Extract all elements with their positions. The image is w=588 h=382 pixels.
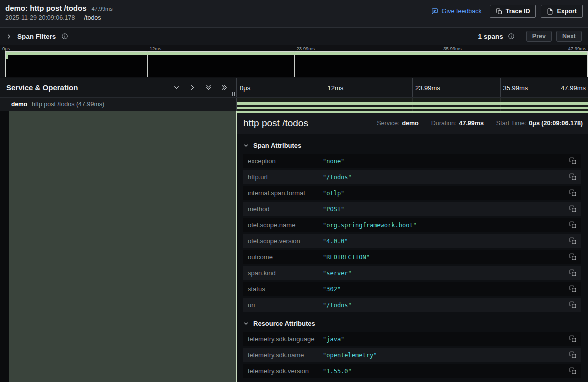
- timeline-grid-line: [325, 78, 325, 98]
- trace-id-label: Trace ID: [506, 8, 530, 15]
- trace-id-button[interactable]: Trace ID: [490, 5, 536, 18]
- attribute-value: "POST": [323, 206, 344, 213]
- attribute-key: telemetry.sdk.version: [248, 368, 323, 375]
- attribute-key: status: [248, 286, 323, 293]
- copy-value-button[interactable]: [569, 158, 577, 165]
- copy-value-button[interactable]: [569, 254, 577, 261]
- copy-icon: [569, 158, 577, 165]
- attribute-value: "/todos": [323, 174, 352, 181]
- attribute-row: telemetry.sdk.name"opentelemetry": [243, 348, 581, 362]
- selection-overlay: [9, 111, 237, 382]
- give-feedback-link[interactable]: Give feedback: [431, 8, 482, 15]
- attribute-key: method: [248, 206, 323, 213]
- span-pagination: 1 spans Prev Next: [478, 31, 582, 42]
- trace-header: demo: http post /todos 47.99ms 2025-11-2…: [0, 0, 588, 28]
- expand-icon[interactable]: [189, 84, 196, 92]
- attribute-row: otel.scope.name"org.springframework.boot…: [243, 218, 581, 232]
- copy-icon: [569, 368, 577, 375]
- copy-icon: [569, 238, 577, 245]
- copy-value-button[interactable]: [569, 352, 577, 359]
- copy-icon: [496, 8, 502, 15]
- trace-minimap[interactable]: 0μs12ms23.99ms35.99ms47.99ms: [0, 46, 588, 78]
- span-operation-name: http post /todos (47.99ms): [32, 101, 104, 108]
- timeline-grid-line: [441, 52, 441, 78]
- copy-icon: [569, 270, 577, 277]
- attribute-key: telemetry.sdk.name: [248, 352, 323, 359]
- meta-value: demo: [402, 120, 418, 127]
- section-toggle-resource-attributes[interactable]: Resource Attributes: [243, 320, 581, 328]
- attribute-rows-resource-attributes: telemetry.sdk.language"java" telemetry.s…: [243, 332, 581, 378]
- info-icon: [508, 33, 515, 40]
- next-span-button[interactable]: Next: [556, 31, 582, 42]
- column-resize-handle[interactable]: [232, 92, 235, 96]
- copy-value-button[interactable]: [569, 270, 577, 277]
- attribute-key: http.url: [248, 174, 323, 181]
- timeline-grid-line: [412, 78, 413, 98]
- span-filters-bar: Span Filters 1 spans Prev Next: [0, 28, 588, 46]
- collapse-icon[interactable]: [173, 84, 180, 92]
- expand-all-icon[interactable]: [221, 84, 228, 92]
- section-toggle-span-attributes[interactable]: Span Attributes: [243, 142, 581, 150]
- span-service-name: demo: [11, 101, 27, 108]
- meta-value: 47.99ms: [459, 120, 483, 127]
- attribute-row: exception"none": [243, 154, 581, 168]
- timeline-ruler: 0μs12ms23.99ms35.99ms47.99ms: [237, 78, 588, 98]
- attribute-rows-span-attributes: exception"none" http.url"/todos" interna…: [243, 154, 581, 312]
- span-filters-toggle[interactable]: Span Filters: [6, 33, 68, 40]
- copy-value-button[interactable]: [569, 174, 577, 181]
- copy-value-button[interactable]: [569, 190, 577, 197]
- export-label: Export: [557, 8, 577, 15]
- meta-label: Start Time:: [496, 120, 526, 127]
- span-duration-bar[interactable]: [237, 102, 588, 105]
- attribute-value: "1.55.0": [323, 368, 352, 375]
- chevron-down-icon: [243, 321, 249, 326]
- copy-value-button[interactable]: [569, 222, 577, 229]
- attribute-row: method"POST": [243, 202, 581, 216]
- trace-duration: 47.99ms: [91, 6, 112, 12]
- copy-icon: [569, 352, 577, 359]
- copy-icon: [569, 222, 577, 229]
- span-duration-track[interactable]: [237, 98, 588, 111]
- info-icon: [61, 33, 68, 40]
- copy-value-button[interactable]: [569, 286, 577, 293]
- copy-value-button[interactable]: [569, 206, 577, 213]
- service-operation-title: Service & Operation: [6, 84, 78, 92]
- timeline-grid-line: [294, 52, 295, 78]
- copy-value-button[interactable]: [569, 336, 577, 343]
- minimap-viewport[interactable]: [5, 52, 588, 78]
- waterfall-toolbar: [173, 84, 228, 92]
- span-row-label[interactable]: demo http post /todos (47.99ms): [0, 98, 237, 111]
- copy-icon: [569, 190, 577, 197]
- section-title: Span Attributes: [253, 142, 301, 150]
- minimap-tick-label: 47.99ms: [568, 46, 586, 52]
- timeline-tick-label: 0μs: [240, 84, 250, 92]
- copy-value-button[interactable]: [569, 368, 577, 375]
- collapse-all-icon[interactable]: [205, 84, 212, 92]
- attribute-value: "REDIRECTION": [323, 254, 370, 261]
- attribute-row: internal.span.format"otlp": [243, 186, 581, 200]
- copy-icon: [569, 336, 577, 343]
- span-filters-label: Span Filters: [17, 33, 56, 40]
- minimap-drag-handle[interactable]: [6, 52, 8, 59]
- trace-detail-page: demo: http post /todos 47.99ms 2025-11-2…: [0, 0, 588, 382]
- attribute-value: "org.springframework.boot": [323, 222, 417, 229]
- attribute-key: internal.span.format: [248, 190, 323, 197]
- timeline-tick-label: 47.99ms: [561, 84, 586, 92]
- export-button[interactable]: Export: [541, 5, 583, 18]
- copy-value-button[interactable]: [569, 302, 577, 309]
- attribute-key: otel.scope.version: [248, 238, 323, 245]
- span-details-header: http post /todos Service:demoDuration:47…: [237, 113, 588, 134]
- span-details-drawer: http post /todos Service:demoDuration:47…: [237, 111, 588, 382]
- copy-value-button[interactable]: [569, 238, 577, 245]
- prev-span-button[interactable]: Prev: [526, 31, 552, 42]
- chevron-right-icon: [6, 34, 12, 40]
- span-details-title: http post /todos: [243, 118, 308, 129]
- attribute-value: "/todos": [323, 302, 352, 309]
- attribute-key: otel.scope.name: [248, 222, 323, 229]
- meta-label: Duration:: [431, 120, 457, 127]
- attribute-key: uri: [248, 302, 323, 309]
- trace-header-left: demo: http post /todos 47.99ms 2025-11-2…: [5, 4, 113, 28]
- service-operation-column-header: Service & Operation: [0, 78, 237, 98]
- attribute-key: outcome: [248, 254, 323, 261]
- minimap-tick-label: 23.99ms: [297, 46, 315, 52]
